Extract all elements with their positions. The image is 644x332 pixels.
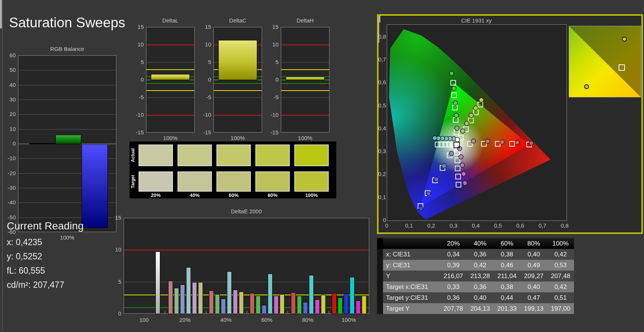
delta-y-tick-label: -15	[131, 129, 144, 135]
cie-measured-circle-icon	[454, 113, 459, 118]
table-cell: 0,40	[520, 281, 547, 292]
cie-measured-circle-icon	[419, 206, 423, 211]
table-row-label: y: CIE31	[383, 260, 440, 271]
cie-measured-circle-icon	[426, 191, 431, 196]
delta-y-tick-label: 15	[131, 24, 144, 30]
cie-y-tick-label: 0,7	[376, 56, 386, 63]
measurement-table: 20%40%60%80%100%x: CIE310,340,360,380,40…	[377, 238, 574, 314]
table-cell: 211,04	[493, 271, 520, 281]
gridline	[146, 62, 194, 63]
delta-bar	[286, 77, 325, 80]
delta-y-tick-label: -15	[266, 129, 279, 135]
reference-line	[281, 115, 329, 116]
page-title: Saturation Sweeps	[9, 15, 125, 31]
delta-y-tick-label: 5	[131, 59, 144, 65]
reference-line	[214, 90, 262, 91]
current-reading-cdm2: cd/m²: 207,477	[7, 280, 64, 290]
deltae-bar	[356, 301, 361, 314]
table-row: Target x:CIE310,330,360,380,400,42	[377, 281, 574, 292]
cie-measured-circle-icon	[455, 126, 459, 131]
table-cell: 0,49	[520, 260, 547, 271]
table-row: Target y:CIE310,360,400,440,470,51	[377, 292, 574, 303]
table-cell: 0,42	[467, 260, 494, 271]
deltae-group-tick	[288, 311, 288, 314]
reference-line	[281, 69, 329, 70]
table-cell: 0,42	[547, 281, 574, 292]
deltae-bar	[338, 298, 343, 314]
delta-chart-plot	[281, 27, 329, 133]
inset-target-point-icon	[619, 64, 625, 71]
deltae-y-tick-mark	[0, 28, 2, 28]
delta-x-label: 100%	[213, 135, 262, 141]
rgb-balance-chart[interactable]: RGB Balance6050403020100-10-20-30-40-50-…	[0, 0, 644, 10]
swatch-target-60%	[216, 171, 251, 192]
deltae-y-tick-label: 0	[110, 310, 121, 317]
swatch-col-label: 100%	[294, 192, 329, 198]
delta-y-tick-label: 0	[198, 76, 211, 83]
table-row-label: x: CIE31	[383, 249, 440, 260]
table-cell: 0,33	[440, 281, 467, 292]
cie-measured-circle-icon	[469, 113, 474, 118]
cie-measured-circle-icon	[449, 151, 454, 156]
deltae-bar	[297, 296, 302, 314]
table-cell: 207,78	[440, 303, 467, 314]
deltae-bar	[227, 271, 232, 314]
cie-y-tick-label: 0,1	[376, 194, 386, 200]
cie-measured-circle-icon	[460, 163, 465, 167]
cie-zoom-inset	[569, 26, 641, 97]
swatch-row-label: Target	[130, 171, 137, 192]
rgb-y-tick-label: 20	[2, 111, 16, 117]
cie-measured-circle-icon	[442, 164, 446, 168]
table-cell: 0,38	[493, 249, 520, 260]
table-cell: 213,28	[467, 271, 494, 281]
deltae-bar	[209, 290, 214, 314]
deltae-bar	[180, 284, 185, 314]
table-header-cell: 60%	[493, 238, 520, 249]
table-row: x: CIE310,340,360,380,400,42	[377, 249, 574, 260]
color-swatch-panel[interactable]: ActualTarget20%40%60%80%100%	[130, 141, 336, 198]
cie-1931-panel[interactable]: CIE 1931 xy 00,10,20,30,40,50,60,70,800,…	[377, 14, 643, 234]
deltae-title: DeltaE 2000	[124, 208, 369, 214]
cie-plot-area	[387, 24, 567, 221]
deltae-bar	[186, 267, 191, 314]
gridline	[281, 62, 329, 63]
cie-y-tick-label: 0,6	[376, 79, 386, 85]
cie-measured-circle-icon	[471, 139, 476, 143]
rgb-balance-title: RGB Balance	[18, 46, 116, 52]
deltae-group-tick	[165, 311, 165, 314]
deltae-bar	[332, 293, 337, 314]
table-header-row: 20%40%60%80%100%	[377, 238, 574, 249]
cie-measured-circle-icon	[463, 181, 467, 185]
table-cell: 0,34	[440, 249, 467, 260]
table-cell: 0,39	[440, 260, 467, 271]
table-cell: 204,13	[467, 303, 494, 314]
table-header-label-cell	[383, 238, 440, 249]
swatch-actual-60%	[216, 144, 251, 166]
rgb-y-tick-label: -10	[2, 155, 16, 161]
delta-y-tick-label: -10	[131, 112, 144, 118]
rgb-y-tick-label: 30	[2, 96, 16, 103]
rgb-bar-blue	[82, 144, 108, 228]
deltae-group-tick	[206, 311, 206, 314]
table-cell: 201,33	[493, 303, 520, 314]
reference-line	[146, 45, 194, 45]
deltae-bar	[274, 296, 279, 314]
deltae-bar	[315, 299, 320, 314]
reference-line	[146, 90, 194, 91]
cie-measured-circle-icon	[473, 106, 478, 110]
deltae-bar	[321, 295, 326, 314]
reference-line	[146, 83, 194, 84]
deltae-x-label: 40%	[206, 317, 246, 323]
deltae-bar	[155, 252, 160, 314]
delta-y-tick-label: -5	[131, 94, 144, 100]
gridline	[146, 97, 194, 98]
cie-measured-circle-icon	[461, 172, 466, 176]
cie-x-tick-label: 0,5	[490, 222, 505, 229]
rgb-y-tick-label: 40	[2, 82, 16, 88]
delta-y-tick-label: -10	[266, 112, 279, 118]
swatch-col-label: 60%	[216, 192, 251, 198]
rgb-y-tick-label: 60	[2, 52, 16, 58]
deltae-x-label: 80%	[287, 317, 328, 323]
delta-y-tick-label: 5	[198, 59, 211, 65]
deltae-x-label: 100%	[328, 317, 369, 323]
